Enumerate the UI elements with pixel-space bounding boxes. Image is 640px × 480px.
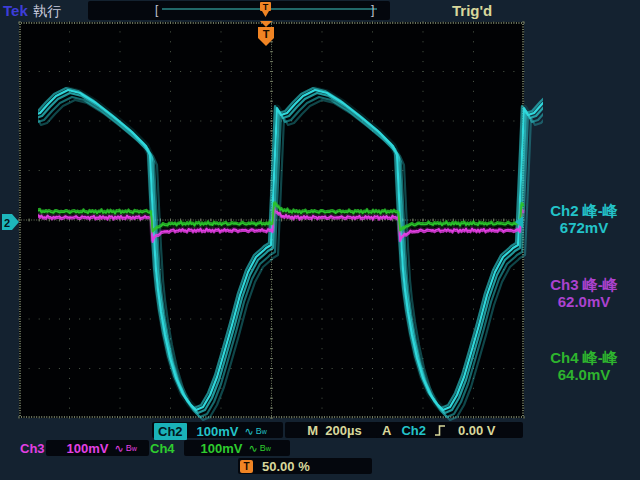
ch2-ground-marker-label: 2 [4,217,10,229]
trigger-system-label: A [382,423,391,438]
ch3-readout: Ch3 100mV ∿ Bw [20,441,137,456]
ch2-ground-marker-arrow [2,214,19,230]
measurement-ch2-title: Ch2 峰-峰 [531,202,637,219]
measurement-ch2: Ch2 峰-峰 672mV [531,202,637,236]
trigger-position-badge: T [240,460,253,473]
timebase-label: M [307,423,318,438]
ch4-coupling-icons: ∿ Bw [248,443,270,454]
graticule-background [19,22,524,418]
ch2-channel-badge: Ch2 [154,423,187,440]
measurement-ch2-value: 672mV [531,219,637,236]
ch3-channel-label: Ch3 [20,441,45,456]
ch3-coupling-icons: ∿ Bw [114,443,136,454]
ch2-coupling-icons: ∿ Bw [244,426,266,437]
trigger-readout: A Ch2 0.00 V [376,423,523,438]
trigger-source: Ch2 [401,423,426,438]
ac-coupling-icon: ∿ [244,426,253,437]
measurement-ch4: Ch4 峰-峰 64.0mV [531,349,637,383]
acquisition-status: 執行 [33,4,61,18]
ac-coupling-icon: ∿ [248,443,257,454]
ch3-scale: 100mV [67,441,109,456]
rising-edge-icon [434,424,446,437]
ch2-readout: Ch2 100mV ∿ Bw [152,423,283,440]
ac-coupling-icon: ∿ [114,443,123,454]
bandwidth-limit-icon: Bw [256,427,267,436]
timebase-readout: M 200µs [285,423,384,438]
bandwidth-limit-icon: Bw [260,444,271,453]
trigger-position-readout: T 50.00 % [238,459,372,474]
measurement-ch4-value: 64.0mV [531,366,637,383]
ch4-channel-label: Ch4 [150,441,175,456]
bandwidth-limit-icon: Bw [126,444,137,453]
tek-logo: Tek [3,3,28,18]
measurement-ch3: Ch3 峰-峰 62.0mV [531,276,637,310]
ch2-scale: 100mV [197,424,239,439]
ch2-ground-marker: 2 [2,214,19,230]
oscilloscope-screen: [ ] T T 2 Tek 執行 Trig'd Ch2 峰-峰 672mV Ch… [0,0,640,480]
trigger-position-value: 50.00 % [262,459,310,474]
timebase-value: 200µs [325,423,361,438]
trigger-status: Trig'd [452,3,492,18]
record-view-box [88,1,390,20]
measurement-ch3-title: Ch3 峰-峰 [531,276,637,293]
trigger-level: 0.00 V [458,423,496,438]
ch4-readout: Ch4 100mV ∿ Bw [150,441,271,456]
measurement-ch4-title: Ch4 峰-峰 [531,349,637,366]
ch4-scale: 100mV [201,441,243,456]
measurement-ch3-value: 62.0mV [531,293,637,310]
